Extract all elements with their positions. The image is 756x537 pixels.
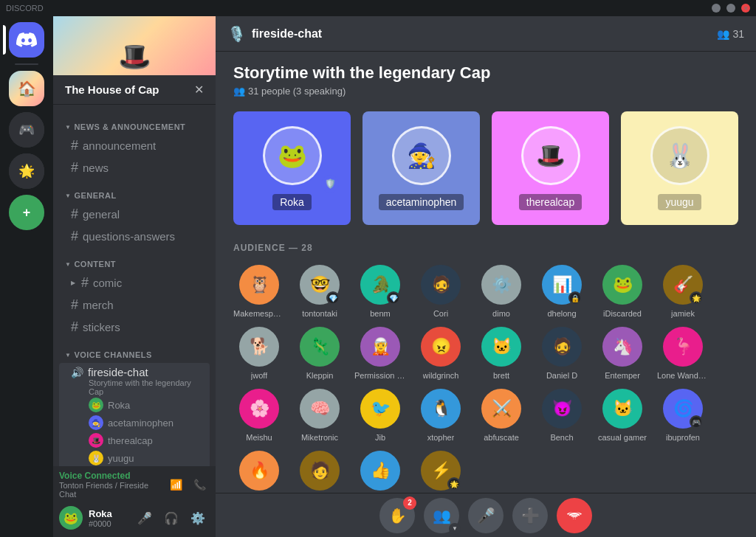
category-collapse-icon[interactable]: ▼ [65, 352, 71, 358]
phone-icon[interactable]: 📞 [189, 474, 210, 495]
audience-name: Kleppin [306, 371, 334, 380]
audience-title: AUDIENCE — 28 [233, 243, 738, 253]
audience-name: Miketronic [301, 433, 338, 442]
discord-home-icon[interactable] [9, 22, 44, 58]
speaker-badge-roka: 🛡️ [321, 175, 339, 193]
app-title: DISCORD [6, 4, 44, 13]
leave-button[interactable] [557, 498, 592, 533]
speaker-card-acetaminophen: 🧙 acetaminophen [362, 111, 480, 225]
audience-badge: 💎 [387, 291, 400, 305]
audience-avatar: 🦎 [300, 327, 340, 367]
hash-icon: # [71, 297, 78, 313]
main-content: 🎙️ fireside-chat 👥 31 Storytime with the… [216, 16, 756, 537]
channel-announcement[interactable]: # announcement [59, 135, 210, 156]
server-icon-house-of-cap[interactable]: 🏠 [9, 71, 44, 106]
speaker-name-therealcap: therealcap [519, 194, 582, 210]
speakers-row: 🐸 Roka 🛡️ 🧙 acetaminophen 🎩 therealcap 🐰… [233, 111, 738, 225]
audience-avatar: 🦉 [239, 265, 279, 305]
speaker-card-roka: 🐸 Roka 🛡️ [233, 111, 351, 225]
audience-badge: 💎 [326, 291, 340, 305]
channel-questions-answers[interactable]: # questions-answers [59, 226, 210, 247]
titlebar: DISCORD – □ ✕ [0, 0, 756, 16]
channel-merch[interactable]: # merch [59, 294, 210, 316]
server-header[interactable]: 🎩 The House of Cap ✕ [53, 16, 216, 105]
audience-avatar: 📊 🔒 [542, 265, 582, 305]
audience-member: 🔥 rnanda [233, 451, 285, 493]
signal-icon[interactable]: 📶 [165, 474, 186, 495]
audience-name: iDiscarded [603, 309, 642, 318]
audience-avatar: 🎸 🌟 [663, 265, 703, 305]
audience-avatar: 🧠 [300, 389, 340, 429]
audience-avatar: 🔥 [239, 451, 279, 491]
audience-member: 🐧 xtopher [415, 389, 467, 442]
close-button[interactable]: ✕ [741, 4, 750, 13]
raise-hand-button[interactable]: ✋ 2 [379, 498, 415, 533]
user-info: Roka #0000 [89, 508, 127, 528]
mute-button[interactable]: 🎤 [133, 506, 157, 530]
audience-avatar: 🦄 [602, 327, 642, 367]
audience-avatar: 🐧 [421, 389, 461, 429]
voice-member-roka: 🐸 Roka [71, 396, 204, 414]
minimize-button[interactable]: – [712, 4, 721, 13]
category-collapse-icon[interactable]: ▼ [65, 124, 71, 131]
channel-stickers[interactable]: # stickers [59, 316, 210, 338]
audience-avatar: 🧔 [542, 327, 582, 367]
voice-connected-channel: Tonton Friends / Fireside Chat [59, 481, 165, 499]
audience-avatar: 🐱 [481, 327, 521, 367]
voice-channel-fireside-chat[interactable]: 🔊 fireside-chat Storytime with the legen… [59, 363, 210, 466]
deafen-button[interactable]: 🎧 [159, 506, 183, 530]
audience-name: dimo [492, 309, 510, 318]
hash-icon: # [81, 275, 89, 291]
server-icon-2[interactable]: 🎮 [9, 112, 44, 148]
audience-member: 🧠 Miketronic [294, 389, 346, 442]
category-collapse-icon[interactable]: ▼ [65, 261, 71, 268]
audience-member: 🦎 Kleppin [294, 327, 346, 380]
audience-member: ⚔️ abfuscate [475, 389, 527, 442]
audience-name: dhelong [547, 309, 576, 318]
audience-avatar: 🐱 [602, 389, 642, 429]
user-avatar: 🐸 [59, 506, 83, 530]
action-bar: ✋ 2 👥 ▼ 🎤 ➕ [216, 493, 756, 537]
hash-icon: # [71, 138, 78, 153]
mic-button[interactable]: 🎤 [468, 498, 504, 533]
audience-member: 😈 Bench [536, 389, 588, 442]
audience-badge: 🔒 [568, 291, 582, 305]
audience-member: 🎸 🌟 jamiek [657, 265, 709, 318]
audience-member: 🦄 Entemper [597, 327, 648, 380]
add-person-button[interactable]: ➕ [512, 498, 548, 533]
audience-member: 🧝 Permission Man [354, 327, 406, 380]
audience-avatar: 🐸 [602, 265, 642, 305]
audience-avatar: 😈 [542, 389, 582, 429]
voice-member-yuugu: 🐰 yuugu [71, 449, 204, 466]
user-discriminator: #0000 [89, 519, 127, 528]
channel-news[interactable]: # news [59, 157, 210, 179]
server-icon-3[interactable]: 🌟 [9, 153, 44, 189]
server-name: The House of Cap [65, 83, 159, 96]
audience-member: 🦩 Lone Wanderer [657, 327, 709, 380]
raise-hand-badge: 2 [403, 496, 416, 510]
audience-name: Cori [433, 309, 448, 318]
server-icon-4[interactable]: + [9, 195, 44, 230]
speaker-card-yuugu: 🐰 yuugu [621, 111, 738, 225]
channel-general[interactable]: # general [59, 204, 210, 225]
audience-member: 🐦 Jib [354, 389, 406, 442]
server-dropdown-icon[interactable]: ✕ [194, 83, 204, 97]
category-content: ▼ CONTENT [53, 248, 216, 271]
audience-avatar: 🌀 🎮 [663, 389, 703, 429]
maximize-button[interactable]: □ [726, 4, 735, 13]
speaker-avatar-roka: 🐸 [263, 126, 322, 185]
audience-avatar: 🦩 [663, 327, 703, 367]
audience-button[interactable]: 👥 ▼ [424, 498, 459, 533]
audience-member: ⚡ 🌟 getvax [415, 451, 467, 493]
audience-member: 🦉 Makemespeakrr [233, 265, 285, 318]
channel-comic[interactable]: ▶ # comic [59, 272, 210, 294]
stage-area: Storytime with the legendary Cap 👥 31 pe… [216, 52, 756, 493]
settings-button[interactable]: ⚙️ [186, 506, 210, 530]
audience-name: Daniel D [546, 371, 577, 380]
audience-section: AUDIENCE — 28 🦉 Makemespeakrr 🤓 💎 tonton… [233, 243, 738, 493]
audience-name: abfuscate [484, 433, 519, 442]
audience-name: Bench [550, 433, 573, 442]
category-collapse-icon[interactable]: ▼ [65, 193, 71, 199]
channel-sidebar: 🎩 The House of Cap ✕ ▼ NEWS & ANNOUNCEME… [53, 16, 216, 537]
audience-name: Permission Man [354, 371, 406, 380]
